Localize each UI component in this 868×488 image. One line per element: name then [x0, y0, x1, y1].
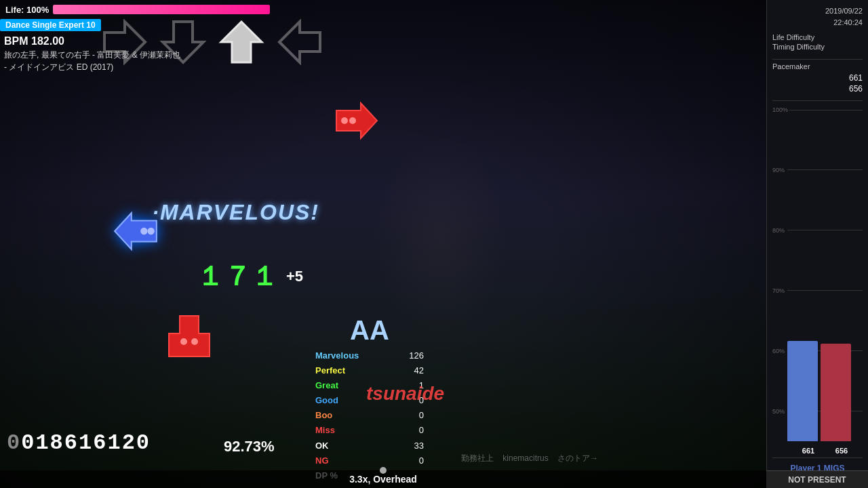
grade-display: AA	[315, 315, 424, 346]
watermark-text3: さのトア→	[557, 453, 598, 463]
score-value: 018616120	[21, 430, 151, 455]
receptor-up-icon	[218, 19, 264, 65]
bar-col-migs	[821, 344, 851, 441]
pacemaker-label: Pacemaker	[772, 62, 863, 70]
combo-display: １７１ +5	[197, 258, 303, 295]
life-bar-fill	[53, 5, 270, 14]
game-area: Life: 100% Dance Single Expert 10 BPM 18…	[0, 0, 766, 488]
miss-label: Miss	[315, 423, 359, 438]
right-panel: 2019/09/22 22:40:24 Life Difficulty Timi…	[766, 0, 868, 488]
percentage-scale: 100% 90% 80% 70% 60% 50%	[772, 106, 863, 441]
marvelous-value: 126	[409, 348, 424, 363]
watermark-text1: 勤務社上	[461, 453, 494, 463]
perfect-value: 42	[409, 363, 424, 378]
marvelous-text: ·MARVELOUS!	[153, 200, 319, 225]
character-bg	[373, 136, 509, 339]
stat-values: 126 42 1 0 0 0 33 0	[409, 348, 424, 483]
bar-migs	[821, 344, 851, 441]
svg-marker-0	[104, 22, 145, 62]
pacemaker-section: Pacemaker 661 656	[772, 62, 863, 94]
great-label: Great	[315, 378, 359, 393]
note-down-moving	[166, 313, 212, 362]
bar-col-player1	[787, 341, 818, 441]
bottom-bar: 3.3x, Overhead	[0, 470, 766, 488]
score-display: 0018616120	[7, 430, 151, 455]
player-watermark: tsunaide	[366, 383, 444, 405]
ng-label: NG	[315, 453, 359, 468]
receptor-left-icon	[102, 19, 148, 65]
combo-plus: +5	[286, 268, 303, 285]
life-difficulty-row: Life Difficulty	[772, 33, 863, 41]
perfect-label: Perfect	[315, 363, 359, 378]
top-bar: Life: 100%	[0, 0, 766, 19]
pacemaker-val1: 661	[772, 73, 863, 83]
note-right-moving	[334, 100, 380, 144]
note-right-arrow-icon	[334, 100, 380, 141]
pct-50-label: 50%	[772, 408, 785, 415]
difficulty-section: Life Difficulty Timing Difficulty	[772, 33, 863, 52]
divider3	[772, 458, 863, 458]
difficulty-badge: Dance Single Expert 10	[0, 19, 101, 31]
combo-number: １７１	[197, 258, 278, 295]
marvelous-label: Marvelous	[315, 348, 359, 363]
life-bar-container: Life: 100%	[5, 5, 270, 15]
not-present-label: NOT PRESENT	[766, 470, 868, 488]
svg-point-8	[140, 228, 147, 235]
bpm-display: BPM 182.00	[0, 34, 68, 49]
score-zero: 0	[7, 430, 21, 455]
svg-point-6	[349, 117, 356, 124]
receptor-arrows	[102, 19, 323, 65]
boo-value: 0	[409, 408, 424, 423]
divider1	[772, 59, 863, 60]
miss-value: 0	[409, 423, 424, 438]
timing-difficulty-row: Timing Difficulty	[772, 43, 863, 51]
svg-marker-3	[279, 22, 320, 62]
bar-value-migs: 656	[827, 447, 857, 455]
pacemaker-values: 661 656	[772, 73, 863, 94]
bar-value-player1: 661	[793, 447, 824, 455]
stat-labels: Marvelous Perfect Great Good Boo Miss OK…	[315, 348, 359, 483]
bar-player1	[787, 341, 818, 441]
pct-90-label: 90%	[772, 167, 785, 174]
datetime-display: 2019/09/22 22:40:24	[772, 5, 863, 28]
date-display: 2019/09/22	[772, 5, 863, 17]
pct-100-label: 100%	[772, 106, 788, 113]
svg-point-5	[341, 117, 348, 124]
bar-chart	[787, 106, 863, 441]
bar-values: 661 656	[772, 447, 863, 455]
svg-point-12	[191, 338, 198, 345]
pct-70-label: 70%	[772, 287, 785, 294]
good-label: Good	[315, 393, 359, 408]
stats-rows: Marvelous Perfect Great Good Boo Miss OK…	[315, 348, 424, 483]
svg-point-11	[180, 338, 187, 345]
ok-label: OK	[315, 439, 359, 453]
ok-value: 33	[409, 439, 424, 453]
pacemaker-val2: 656	[772, 84, 863, 94]
watermark-text2: kinemacitrus	[502, 453, 548, 463]
boo-label: Boo	[315, 408, 359, 423]
svg-marker-1	[163, 22, 203, 62]
receptor-down-icon	[160, 19, 206, 65]
bottom-bar-indicator	[380, 467, 387, 474]
svg-point-9	[148, 228, 155, 235]
timing-difficulty-label: Timing Difficulty	[772, 43, 825, 51]
life-label: Life: 100%	[5, 5, 49, 15]
note-down-arrow-icon	[166, 313, 212, 359]
divider2	[772, 100, 863, 101]
accuracy-display: 92.73%	[224, 438, 275, 455]
watermark-area: 勤務社上 kinemacitrus さのトア→	[461, 453, 598, 464]
receptor-right-icon	[277, 19, 323, 65]
svg-marker-10	[169, 316, 210, 357]
speed-display: 3.3x, Overhead	[349, 474, 417, 485]
pct-80-label: 80%	[772, 227, 785, 234]
svg-marker-2	[221, 22, 262, 62]
life-bar-background	[53, 5, 270, 14]
pct-60-label: 60%	[772, 348, 785, 354]
life-difficulty-label: Life Difficulty	[772, 33, 814, 41]
ng-value: 0	[409, 453, 424, 468]
time-display: 22:40:24	[772, 17, 863, 28]
